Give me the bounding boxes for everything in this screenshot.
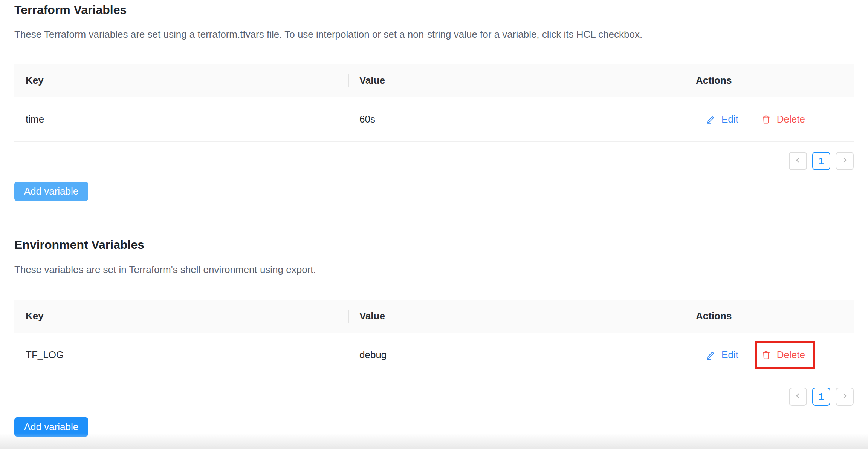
edit-button-label: Edit (721, 113, 738, 125)
environment-variables-title: Environment Variables (14, 237, 854, 253)
edit-pencil-icon (706, 114, 716, 124)
pagination-page-1[interactable]: 1 (812, 152, 830, 170)
environment-variables-table: Key Value Actions TF_LOG debug E (14, 300, 854, 377)
highlighted-delete-wrap: Delete (761, 349, 805, 361)
chevron-right-icon (840, 391, 849, 403)
key-cell: TF_LOG (14, 333, 348, 377)
pagination: 1 (14, 152, 854, 170)
terraform-variables-description: These Terraform variables are set using … (14, 28, 854, 41)
edit-button-label: Edit (721, 349, 738, 361)
terraform-variables-title: Terraform Variables (14, 2, 854, 18)
pagination: 1 (14, 388, 854, 406)
terraform-variables-section: Terraform Variables These Terraform vari… (14, 2, 854, 201)
trash-icon (761, 114, 771, 124)
pagination-prev-button[interactable] (789, 388, 807, 406)
table-header-row: Key Value Actions (14, 64, 854, 97)
table-row: time 60s Edit (14, 97, 854, 142)
key-cell: time (14, 97, 348, 141)
add-variable-button[interactable]: Add variable (14, 417, 88, 437)
pagination-next-button[interactable] (836, 152, 854, 170)
column-header-value: Value (348, 64, 685, 97)
chevron-left-icon (794, 155, 802, 167)
chevron-right-icon (840, 155, 849, 167)
add-variable-button[interactable]: Add variable (14, 182, 88, 201)
environment-variables-section: Environment Variables These variables ar… (14, 237, 854, 437)
terraform-variables-table: Key Value Actions time 60s Edit (14, 64, 854, 142)
delete-button-label: Delete (777, 113, 805, 125)
delete-button[interactable]: Delete (761, 349, 805, 361)
column-header-key: Key (14, 64, 348, 97)
edit-pencil-icon (706, 350, 716, 360)
column-header-actions: Actions (685, 300, 854, 333)
variables-page: Terraform Variables These Terraform vari… (0, 0, 868, 449)
chevron-left-icon (794, 391, 802, 403)
column-header-value: Value (348, 300, 685, 333)
value-cell: debug (348, 333, 685, 377)
actions-cell: Edit Delete (685, 333, 854, 377)
value-cell: 60s (348, 97, 685, 141)
pagination-page-1[interactable]: 1 (812, 388, 830, 406)
delete-button[interactable]: Delete (761, 113, 805, 125)
trash-icon (761, 350, 771, 360)
table-header-row: Key Value Actions (14, 300, 854, 333)
edit-button[interactable]: Edit (706, 113, 738, 125)
pagination-next-button[interactable] (836, 388, 854, 406)
delete-button-label: Delete (777, 349, 805, 361)
pagination-prev-button[interactable] (789, 152, 807, 170)
actions-cell: Edit Delete (685, 97, 854, 141)
column-header-key: Key (14, 300, 348, 333)
table-row: TF_LOG debug Edit (14, 333, 854, 377)
column-header-actions: Actions (685, 64, 854, 97)
environment-variables-description: These variables are set in Terraform's s… (14, 263, 854, 276)
edit-button[interactable]: Edit (706, 349, 738, 361)
